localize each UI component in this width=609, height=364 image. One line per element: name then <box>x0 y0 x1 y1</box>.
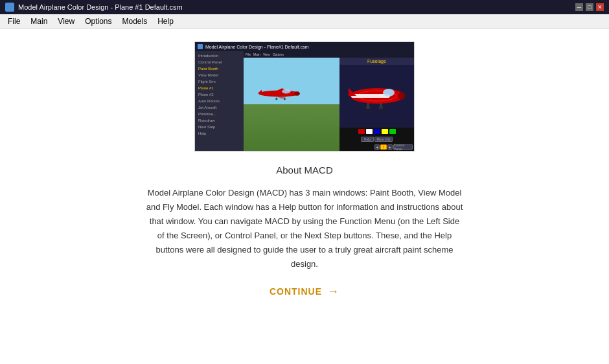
svg-point-15 <box>398 92 405 100</box>
preview-menu-view: View <box>263 52 270 56</box>
preview-main-area: Fuselage <box>244 58 414 151</box>
svg-point-20 <box>365 108 371 109</box>
svg-point-4 <box>294 91 299 96</box>
preview-inner: Introduction Control Panel Paint Booth V… <box>195 51 414 151</box>
menu-file[interactable]: File <box>3 16 25 27</box>
preview-sidebar-help: Help <box>197 131 242 136</box>
app-screenshot-preview: Model Airplane Color Design - Plane#1 De… <box>194 41 415 152</box>
preview-panel-title: Fuselage <box>339 58 414 65</box>
preview-sidebar-flightsim: Flight Sim <box>197 79 242 84</box>
preview-top-menu: File Main View Options <box>244 51 414 58</box>
maximize-button[interactable]: □ <box>586 3 593 11</box>
menu-help[interactable]: Help <box>152 16 179 27</box>
preview-sidebar-viewmodel: View Model <box>197 73 242 78</box>
about-title: About MACD <box>146 165 463 176</box>
svg-point-5 <box>282 89 290 94</box>
svg-marker-3 <box>257 90 262 94</box>
continue-label: CONTINUE <box>270 286 322 297</box>
svg-point-9 <box>283 98 285 100</box>
about-text: Model Airplane Color Design (MACD) has 3… <box>146 186 463 272</box>
preview-sidebar-plane2: Plane #2 <box>197 92 242 97</box>
menu-main[interactable]: Main <box>25 16 52 27</box>
window-title: Model Airplane Color Design - Plane #1 D… <box>18 3 183 11</box>
preview-menu-main: Main <box>253 52 260 56</box>
preview-3d-scene <box>244 58 339 151</box>
preview-sidebar: Introduction Control Panel Paint Booth V… <box>195 51 244 151</box>
preview-airplane <box>253 85 305 102</box>
preview-sidebar-controlpanel: Control Panel <box>197 60 242 65</box>
preview-sidebar-primitive: Primitive... <box>197 111 242 117</box>
preview-sidebar-jetaircraft: Jet Aircraft <box>197 105 242 110</box>
window-controls: ─ □ ✕ <box>575 3 604 11</box>
menu-bar: File Main View Options Models Help <box>0 14 609 28</box>
about-section: About MACD Model Airplane Color Design (… <box>146 165 463 299</box>
minimize-button[interactable]: ─ <box>575 3 583 11</box>
menu-options[interactable]: Options <box>80 16 117 27</box>
main-content: Model Airplane Color Design - Plane#1 De… <box>0 28 609 364</box>
svg-point-8 <box>275 98 277 100</box>
preview-menu-options: Options <box>273 52 284 56</box>
preview-right-area: File Main View Options <box>244 51 414 151</box>
title-bar: Model Airplane Color Design - Plane #1 D… <box>0 0 609 14</box>
preview-sidebar-autorobots: Auto Robots <box>197 98 242 104</box>
app-icon <box>5 3 14 12</box>
continue-arrow-icon: → <box>327 285 339 299</box>
preview-sidebar-introduction: Introduction <box>197 53 242 58</box>
svg-point-13 <box>383 89 395 97</box>
menu-models[interactable]: Models <box>117 16 153 27</box>
preview-sidebar-plane1: Plane #1 <box>197 85 242 91</box>
preview-right-panel: Fuselage <box>339 58 414 151</box>
preview-sidebar-paintbooth: Paint Booth <box>197 66 242 71</box>
preview-title-text: Model Airplane Color Design - Plane#1 De… <box>205 45 309 49</box>
continue-link[interactable]: CONTINUE → <box>270 285 339 299</box>
preview-app-icon <box>198 44 203 49</box>
close-button[interactable]: ✕ <box>596 3 604 11</box>
menu-view[interactable]: View <box>52 16 80 27</box>
preview-menu-file: File <box>246 52 251 56</box>
preview-sidebar-rotodraw: Rotodraw <box>197 118 242 123</box>
preview-panel-body <box>339 65 414 128</box>
title-bar-left: Model Airplane Color Design - Plane #1 D… <box>5 3 183 12</box>
svg-point-21 <box>378 108 384 109</box>
preview-sidebar-nextstep: Next Step <box>197 124 242 130</box>
preview-title-bar: Model Airplane Color Design - Plane#1 De… <box>195 42 414 51</box>
